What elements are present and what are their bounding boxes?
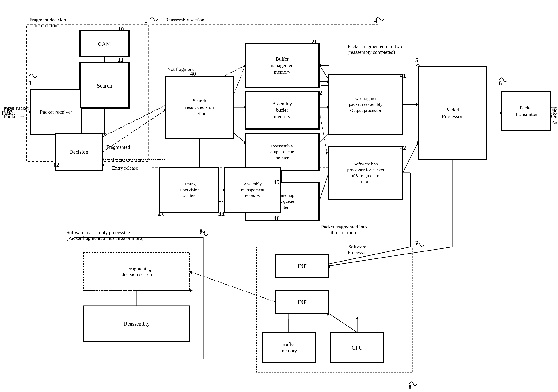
svg-marker-86 [356, 316, 358, 319]
assembly-buffer-memory-box: Assemblybuffermemory [245, 91, 319, 129]
number-5: 5 [415, 57, 418, 64]
reassembly-section-label: Reassembly section [165, 17, 204, 23]
reassembly-sw-box: Reassembly [84, 306, 190, 342]
diagram: Input Packet InputPacket OutputPacket Pa… [0, 0, 558, 392]
svg-line-96 [190, 272, 276, 302]
timing-supervision-box: Timingsupervisionsection [160, 167, 218, 213]
number-20: 20 [312, 38, 318, 45]
inf-bottom-box: INF [276, 290, 329, 313]
cpu-box: CPU [331, 332, 384, 363]
number-10: 10 [118, 26, 124, 33]
fragmented-label: Fragmented [106, 144, 130, 150]
number-43: 43 [158, 211, 164, 218]
number-7: 7 [415, 239, 418, 246]
search-box: Search [80, 63, 129, 108]
entry-release-label: Entry release [112, 165, 138, 171]
svg-line-72 [329, 247, 452, 266]
inf-top-box: INF [276, 255, 329, 277]
assembly-management-memory-box: Assemblymanagementmemory [224, 167, 281, 213]
number-44: 44 [218, 211, 225, 218]
svg-marker-37 [103, 133, 106, 136]
number-11: 11 [118, 56, 123, 63]
number-12: 12 [53, 162, 59, 169]
number-45: 45 [274, 179, 280, 186]
svg-marker-113 [326, 151, 328, 155]
number-6: 6 [499, 80, 502, 87]
number-2: 2 [319, 89, 322, 96]
packet-processor-box: PacketProcessor [418, 67, 486, 160]
packet-receiver-box: Packet receiver [30, 89, 82, 135]
packet-fragmented-three-label: Packet fragmented intothree or more [321, 224, 367, 236]
cam-box: CAM [80, 30, 129, 57]
output-arrow: → OutputPacket [551, 107, 558, 126]
software-processor-label: SoftwareProcessor [348, 244, 367, 256]
svg-line-114 [319, 65, 329, 80]
buffer-memory-box: Buffermemory [262, 332, 315, 363]
fragment-decision-section-label: Fragment decisionsearch section [29, 17, 66, 28]
number-41: 41 [400, 72, 406, 79]
reassembly-output-queue-box: Reassemblyoutput queuepointer [245, 133, 319, 171]
svg-line-48 [234, 133, 245, 142]
packet-transmitter-box: PacketTransmitter [502, 91, 551, 131]
search-result-decision-box: Searchresult decisionsection [165, 76, 234, 139]
number-40: 40 [190, 70, 196, 77]
not-fragment-label: Not fragment [167, 67, 194, 72]
buffer-management-memory-box: Buffermanagementmemory [245, 44, 319, 87]
number-3: 3 [28, 80, 32, 87]
svg-line-115 [234, 66, 245, 95]
software-hop-processor-box: Software hopprocessor for packetof 3-fra… [329, 146, 403, 199]
number-46: 46 [274, 215, 280, 222]
number-42: 42 [400, 144, 406, 151]
packet-fragmented-two-label: Packet fragmented into two(reassembly co… [348, 44, 402, 55]
svg-line-63 [319, 173, 329, 201]
svg-line-80 [329, 313, 357, 332]
decision-box: Decision [55, 133, 103, 171]
number-8: 8 [409, 384, 411, 391]
entry-notification-label: Entry notification [107, 157, 142, 162]
number-1: 1 [144, 17, 148, 24]
svg-line-112 [319, 110, 327, 152]
two-fragment-box: Two-fragmentpacket reassemblyOutput proc… [329, 74, 403, 135]
svg-line-90 [329, 247, 410, 264]
fragment-decision-search-sw-box: Fragmentdecision search [84, 253, 190, 290]
software-reassembly-label: Software reassembly processing(Packet fr… [67, 230, 143, 241]
input-arrow: InputPacket → [4, 107, 25, 119]
svg-line-59 [319, 133, 329, 142]
svg-marker-118 [190, 289, 193, 292]
number-8a: 8a [200, 228, 206, 235]
number-4: 4 [374, 17, 377, 24]
